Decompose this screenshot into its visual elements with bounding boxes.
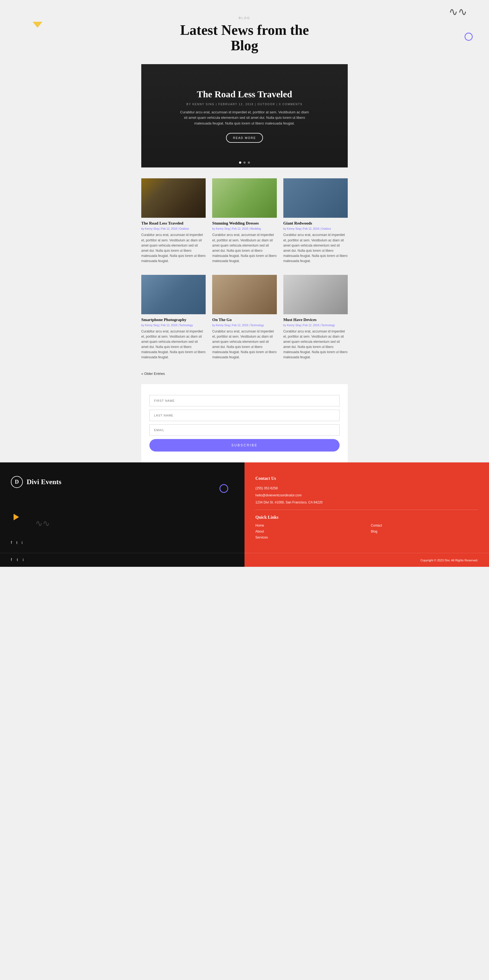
blog-card-title-4: Smartphone Photography [141,318,206,322]
blog-card-title-6: Must Have Devices [283,318,348,322]
blog-grid-section-row2: Smartphone Photography by Kenny Sing | F… [141,275,348,360]
deco-triangle [33,22,42,28]
blog-card-2: Stunning Wedding Dresses by Kenny Sing |… [212,178,276,264]
read-more-button[interactable]: READ MORE [226,133,263,143]
blog-card-title-2: Stunning Wedding Dresses [212,221,276,226]
footer-copyright: Copyright © 2023 Divi. All Rights Reserv… [421,558,478,562]
footer-contact-phone: (255) 352-6258 [256,486,478,491]
footer-logo-circle: D [11,476,23,488]
deco-squiggle: ∿∿ [449,5,467,18]
older-entries-link[interactable]: Older Entries [141,372,165,376]
subscribe-button[interactable]: SUBSCRIBE [149,439,340,452]
footer-brand-name: Divi Events [27,478,61,486]
last-name-input[interactable] [149,410,340,421]
blog-card-img-6[interactable] [283,275,348,314]
footer-links-grid: Home Contact About Blog Services [256,523,478,539]
footer-right: Contact Us (255) 352-6258 hello@divieven… [244,462,489,553]
footer-bottom-bar: f t i Copyright © 2023 Divi. All Rights … [0,553,489,567]
social-twitter-icon[interactable]: t [16,541,17,545]
footer-social-fb-bottom[interactable]: f [11,558,12,562]
slider-dot-3[interactable] [248,161,250,164]
blog-card-1: The Road Less Traveled by Kenny Sing | F… [141,178,206,264]
footer-link-contact[interactable]: Contact [371,523,478,527]
blog-card-title-3: Giant Redwoods [283,221,348,226]
deco-circle [465,33,473,41]
blog-card-title-1: The Road Less Traveled [141,221,206,226]
footer-social-tw-bottom[interactable]: t [17,558,18,562]
footer-contact-title: Contact Us [256,476,478,481]
blog-card-6: Must Have Devices by Kenny Sing | Feb 12… [283,275,348,360]
hero-title: The Road Less Traveled [197,89,292,100]
email-input[interactable] [149,424,340,436]
blog-grid-section-row1: The Road Less Traveled by Kenny Sing | F… [141,178,348,264]
footer-quick-links-title: Quick Links [256,515,478,520]
footer: D Divi Events ∿∿ f t i Contact Us (255) … [0,462,489,553]
blog-card-meta-5: by Kenny Sing | Feb 12, 2018 | Technolog… [212,324,276,327]
footer-contact-email: hello@divieventcoordinator.com [256,493,478,498]
blog-card-text-6: Curabitur arcu erat, accumsan id imperdi… [283,329,348,360]
social-instagram-icon[interactable]: i [22,541,22,545]
blog-card-text-3: Curabitur arcu erat, accumsan id imperdi… [283,232,348,264]
footer-logo: D Divi Events [11,476,233,488]
footer-social-ig-bottom[interactable]: i [23,558,24,562]
blog-card-text-2: Curabitur arcu erat, accumsan id imperdi… [212,232,276,264]
footer-contact-address: 1234 Divi St. #1000, San Francisco, CA 9… [256,500,478,505]
hero-slider: The Road Less Traveled BY KENNY SING | F… [141,64,348,167]
blog-grid-row1: The Road Less Traveled by Kenny Sing | F… [141,178,348,264]
footer-divider [256,510,478,510]
blog-card-3: Giant Redwoods by Kenny Sing | Feb 12, 2… [283,178,348,264]
page-title: Latest News from the Blog [5,22,484,53]
blog-card-img-2[interactable] [212,178,276,218]
blog-label: BLOG [5,16,484,19]
footer-deco-circle [219,484,228,493]
blog-card-img-1[interactable] [141,178,206,218]
hero-slide: The Road Less Traveled BY KENNY SING | F… [141,64,348,167]
footer-deco-play [14,514,19,520]
blog-grid-row2: Smartphone Photography by Kenny Sing | F… [141,275,348,360]
footer-link-services[interactable]: Services [256,536,363,539]
footer-link-about[interactable]: About [256,530,363,533]
blog-card-text-1: Curabitur arcu erat, accumsan id imperdi… [141,232,206,264]
footer-link-home[interactable]: Home [256,523,363,527]
subscribe-section: SUBSCRIBE [141,384,348,462]
blog-card-meta-1: by Kenny Sing | Feb 12, 2018 | Outdoor [141,227,206,230]
hero-description: Curabitur arcu erat, accumsan id imperdi… [179,110,310,126]
footer-link-blog[interactable]: Blog [371,530,478,533]
blog-card-text-4: Curabitur arcu erat, accumsan id imperdi… [141,329,206,360]
blog-card-img-3[interactable] [283,178,348,218]
subscribe-form: SUBSCRIBE [149,395,340,452]
blog-card-text-5: Curabitur arcu erat, accumsan id imperdi… [212,329,276,360]
first-name-input[interactable] [149,395,340,406]
social-facebook-icon[interactable]: f [11,541,12,545]
older-entries-section: Older Entries [141,371,348,376]
blog-card-4: Smartphone Photography by Kenny Sing | F… [141,275,206,360]
footer-left: D Divi Events ∿∿ f t i [0,462,244,553]
footer-bottom-right: Copyright © 2023 Divi. All Rights Reserv… [244,553,489,567]
blog-card-img-4[interactable] [141,275,206,314]
slider-dots [239,161,250,164]
blog-card-meta-3: by Kenny Sing | Feb 12, 2018 | Outdoor [283,227,348,230]
slider-dot-1[interactable] [239,161,241,164]
footer-deco-squiggle: ∿∿ [35,518,50,528]
blog-header: ∿∿ BLOG Latest News from the Blog [0,0,489,64]
footer-social: f t i [11,541,22,545]
hero-meta: BY KENNY SING | FEBRUARY 12, 2018 | OUTD… [186,103,302,106]
blog-card-meta-4: by Kenny Sing | Feb 12, 2018 | Technolog… [141,324,206,327]
blog-card-img-5[interactable] [212,275,276,314]
blog-card-meta-6: by Kenny Sing | Feb 12, 2018 | Technolog… [283,324,348,327]
blog-card-5: On The Go by Kenny Sing | Feb 12, 2018 |… [212,275,276,360]
slider-dot-2[interactable] [243,161,246,164]
blog-card-title-5: On The Go [212,318,276,322]
footer-bottom-left: f t i [0,553,244,567]
blog-card-meta-2: by Kenny Sing | Feb 12, 2018 | Wedding [212,227,276,230]
